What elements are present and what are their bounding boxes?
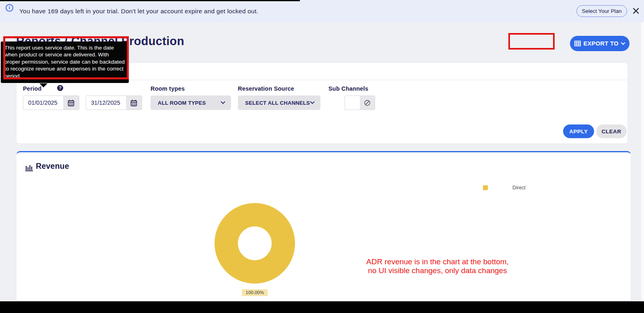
bar-chart-icon bbox=[25, 163, 34, 172]
period-label: Period bbox=[23, 85, 41, 92]
chevron-down-icon bbox=[310, 101, 315, 104]
end-date-field bbox=[86, 95, 142, 110]
trial-banner: i You have 169 days left in your trial. … bbox=[0, 0, 644, 22]
select-your-plan-button[interactable]: Select Your Plan bbox=[576, 5, 627, 17]
sub-channels-field bbox=[345, 95, 375, 110]
reservation-source-value: SELECT ALL CHANNELS bbox=[245, 100, 310, 106]
bottom-black-bar bbox=[0, 301, 644, 313]
apply-button[interactable]: APPLY bbox=[563, 124, 594, 138]
annotation-rectangle-empty bbox=[508, 33, 555, 50]
prohibition-icon bbox=[364, 99, 371, 106]
calendar-icon bbox=[68, 99, 74, 106]
table-grid-icon bbox=[574, 41, 581, 46]
calendar-button[interactable] bbox=[126, 95, 142, 110]
donut-chart[interactable] bbox=[215, 203, 295, 284]
chevron-down-icon bbox=[221, 101, 225, 104]
annotation-rectangle-tooltip bbox=[3, 36, 129, 79]
tester-annotation-note: ADR revenue is in the chart at the botto… bbox=[339, 257, 537, 275]
reservation-source-label: Reservation Source bbox=[238, 85, 294, 92]
donut-data-label: 100.00% bbox=[242, 289, 268, 296]
start-date-input[interactable] bbox=[23, 95, 63, 110]
chevron-down-icon bbox=[621, 42, 625, 45]
trial-message: You have 169 days left in your trial. Do… bbox=[19, 0, 258, 22]
window-edge-artifact bbox=[0, 0, 300, 1]
info-icon: i bbox=[6, 4, 13, 12]
clear-button[interactable]: CLEAR bbox=[596, 124, 627, 138]
calendar-icon bbox=[130, 99, 137, 106]
revenue-section-title: Revenue bbox=[36, 162, 69, 171]
export-to-label: EXPORT TO bbox=[583, 40, 618, 47]
revenue-card: Revenue Direct 100.00% ADR revenue is in… bbox=[16, 151, 631, 301]
channel-production-page: i You have 169 days left in your trial. … bbox=[0, 0, 644, 313]
sub-channels-disabled-block bbox=[360, 95, 375, 110]
scrollbar-track[interactable] bbox=[641, 0, 644, 301]
start-date-field bbox=[23, 95, 79, 110]
room-types-label: Room types bbox=[151, 85, 185, 92]
reservation-source-select[interactable]: SELECT ALL CHANNELS bbox=[238, 95, 320, 110]
close-icon[interactable] bbox=[633, 8, 639, 14]
sub-channels-input[interactable] bbox=[345, 95, 360, 110]
sub-channels-label: Sub Channels bbox=[328, 85, 368, 92]
legend-swatch[interactable] bbox=[483, 185, 488, 190]
tooltip-caret bbox=[39, 83, 47, 87]
tester-note-line2: no UI visible changes, only data changes bbox=[339, 266, 537, 275]
tester-note-line1: ADR revenue is in the chart at the botto… bbox=[339, 257, 537, 266]
calendar-button[interactable] bbox=[63, 95, 79, 110]
legend-label[interactable]: Direct bbox=[512, 185, 526, 191]
room-types-select[interactable]: ALL ROOM TYPES bbox=[151, 95, 231, 110]
export-to-button[interactable]: EXPORT TO bbox=[570, 36, 630, 51]
end-date-input[interactable] bbox=[86, 95, 126, 110]
help-icon[interactable]: ? bbox=[57, 85, 63, 91]
room-types-value: ALL ROOM TYPES bbox=[158, 100, 221, 106]
